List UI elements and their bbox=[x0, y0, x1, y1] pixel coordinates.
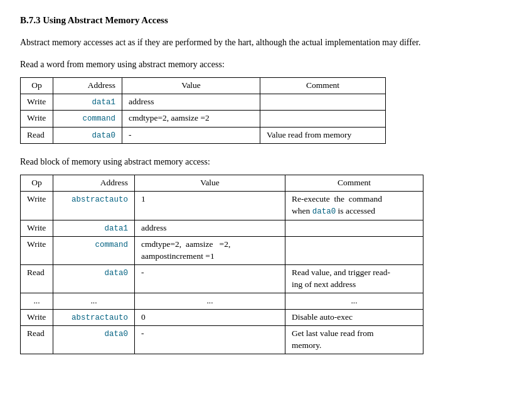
t2-r2-addr: data1 bbox=[53, 220, 135, 237]
t2-r7-addr: data0 bbox=[53, 326, 135, 354]
table1-header-val: Value bbox=[122, 78, 260, 94]
t2-r1-comment: Re-execute the commandwhen data0 is acce… bbox=[285, 192, 423, 220]
table2-header-op: Op bbox=[21, 175, 53, 192]
t2-r5-comment: ... bbox=[285, 293, 423, 309]
t1-r1-addr: data1 bbox=[53, 94, 122, 111]
t2-r1-op: Write bbox=[21, 192, 53, 220]
t1-r3-op: Read bbox=[21, 127, 53, 144]
table2-header-comment: Comment bbox=[285, 175, 423, 192]
t1-r3-comment: Value read from memory bbox=[260, 127, 386, 144]
t1-r2-op: Write bbox=[21, 111, 53, 128]
t1-r1-op: Write bbox=[21, 94, 53, 111]
t2-r6-op: Write bbox=[21, 309, 53, 326]
t2-r1-val: 1 bbox=[135, 192, 285, 220]
table1-header-addr: Address bbox=[53, 78, 122, 94]
table2-label: Read block of memory using abstract memo… bbox=[20, 155, 512, 168]
t1-r2-addr: command bbox=[53, 111, 122, 128]
table2-header-addr: Address bbox=[53, 175, 135, 192]
table-row: Read data0 - Get last value read frommem… bbox=[21, 326, 423, 354]
table1-header-comment: Comment bbox=[260, 78, 386, 94]
t2-r7-op: Read bbox=[21, 326, 53, 354]
table-row: Write command cmdtype=2, aamsize =2,aamp… bbox=[21, 237, 423, 265]
t2-r4-comment: Read value, and trigger read-ing of next… bbox=[285, 264, 423, 293]
t1-r1-val: address bbox=[122, 94, 260, 111]
table2: Op Address Value Comment Write abstracta… bbox=[20, 175, 423, 354]
t2-r4-op: Read bbox=[21, 264, 53, 293]
table-row: Read data0 - Read value, and trigger rea… bbox=[21, 264, 423, 293]
table-row: Write data1 address bbox=[21, 94, 386, 111]
intro-text: Abstract memory accesses act as if they … bbox=[20, 36, 512, 49]
t2-r6-comment: Disable auto-exec bbox=[285, 309, 423, 326]
t2-r7-val: - bbox=[135, 326, 285, 354]
table2-header-val: Value bbox=[135, 175, 285, 192]
t1-r1-comment bbox=[260, 94, 386, 111]
t2-r2-comment bbox=[285, 220, 423, 237]
t2-r4-addr: data0 bbox=[53, 264, 135, 293]
table1-label: Read a word from memory using abstract m… bbox=[20, 58, 512, 71]
table-row: Write abstractauto 1 Re-execute the comm… bbox=[21, 192, 423, 220]
t1-r2-comment bbox=[260, 111, 386, 128]
t2-r6-val: 0 bbox=[135, 309, 285, 326]
t2-r7-comment: Get last value read frommemory. bbox=[285, 326, 423, 354]
section-heading: B.7.3 Using Abstract Memory Access bbox=[20, 15, 512, 26]
t2-r3-op: Write bbox=[21, 237, 53, 265]
t2-r5-val: ... bbox=[135, 293, 285, 309]
t2-r1-addr: abstractauto bbox=[53, 192, 135, 220]
table-row: Write command cmdtype=2, aamsize =2 bbox=[21, 111, 386, 128]
t2-r3-comment bbox=[285, 237, 423, 265]
table-row: Write abstractauto 0 Disable auto-exec bbox=[21, 309, 423, 326]
t2-r5-addr: ... bbox=[53, 293, 135, 309]
t1-r3-val: - bbox=[122, 127, 260, 144]
t2-r6-addr: abstractauto bbox=[53, 309, 135, 326]
t2-r3-val: cmdtype=2, aamsize =2,aampostincrement =… bbox=[135, 237, 285, 265]
t2-r3-addr: command bbox=[53, 237, 135, 265]
table-row: ... ... ... ... bbox=[21, 293, 423, 309]
t2-r2-val: address bbox=[135, 220, 285, 237]
table1: Op Address Value Comment Write data1 add… bbox=[20, 77, 386, 144]
table1-header-op: Op bbox=[21, 78, 53, 94]
t1-r3-addr: data0 bbox=[53, 127, 122, 144]
t2-r4-val: - bbox=[135, 264, 285, 293]
t2-r2-op: Write bbox=[21, 220, 53, 237]
t1-r2-val: cmdtype=2, aamsize =2 bbox=[122, 111, 260, 128]
table-row: Write data1 address bbox=[21, 220, 423, 237]
table-row: Read data0 - Value read from memory bbox=[21, 127, 386, 144]
t2-r5-op: ... bbox=[21, 293, 53, 309]
